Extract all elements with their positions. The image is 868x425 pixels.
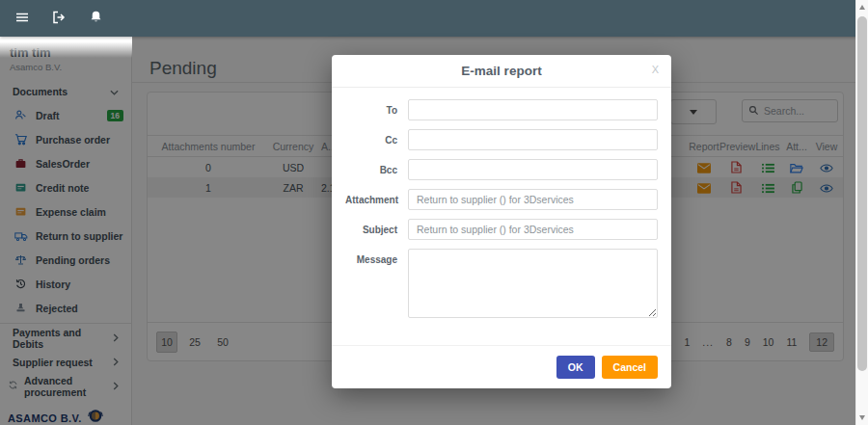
cc-label: Cc bbox=[345, 135, 397, 146]
close-icon[interactable]: X bbox=[652, 64, 659, 75]
bell-icon bbox=[89, 10, 103, 27]
logout-button[interactable] bbox=[48, 8, 69, 29]
message-field[interactable] bbox=[408, 249, 658, 318]
scroll-up-arrow-icon[interactable] bbox=[859, 5, 865, 10]
application-window: tim tim Asamco B.V. Documents Draft 16 P… bbox=[0, 0, 868, 425]
email-report-dialog: E-mail report X To Cc Bcc Attachment Sub… bbox=[332, 55, 671, 388]
hamburger-icon bbox=[14, 10, 30, 28]
subject-field[interactable] bbox=[408, 219, 658, 240]
page-scrollbar bbox=[855, 0, 868, 425]
scroll-down-arrow-icon[interactable] bbox=[859, 415, 865, 420]
message-label: Message bbox=[345, 254, 397, 265]
attachment-field[interactable] bbox=[408, 189, 658, 210]
subject-label: Subject bbox=[345, 225, 397, 235]
notifications-button[interactable] bbox=[85, 8, 106, 29]
logout-icon bbox=[51, 10, 67, 28]
dialog-title: E-mail report bbox=[461, 64, 541, 78]
dialog-header: E-mail report X bbox=[332, 55, 671, 88]
top-app-bar bbox=[0, 0, 868, 37]
dialog-body: To Cc Bcc Attachment Subject Message bbox=[332, 88, 671, 318]
ok-button[interactable]: OK bbox=[556, 356, 595, 379]
cc-field[interactable] bbox=[408, 129, 658, 150]
attachment-label: Attachment bbox=[345, 195, 397, 205]
bcc-field[interactable] bbox=[408, 159, 658, 180]
to-label: To bbox=[345, 105, 397, 116]
bcc-label: Bcc bbox=[345, 165, 397, 175]
dialog-footer: OK Cancel bbox=[332, 345, 671, 388]
to-field[interactable] bbox=[408, 99, 658, 120]
cancel-button[interactable]: Cancel bbox=[602, 356, 658, 379]
menu-button[interactable] bbox=[12, 8, 33, 29]
scrollbar-thumb[interactable] bbox=[857, 16, 867, 371]
